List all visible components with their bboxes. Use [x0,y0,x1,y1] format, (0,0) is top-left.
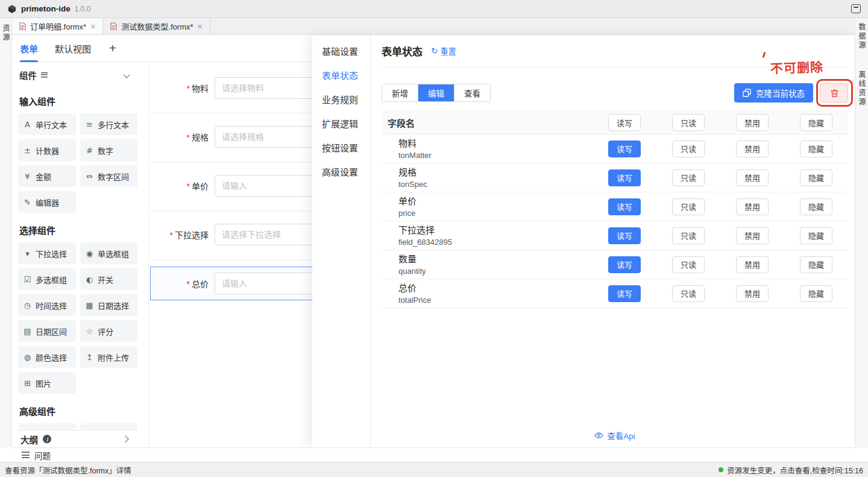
offline-resources-dock-toggle[interactable]: 离线资源 [857,71,867,107]
state-readwrite-button[interactable]: 读写 [608,256,641,273]
state-readwrite-button[interactable]: 读写 [608,285,641,302]
header-disabled-button[interactable]: 禁用 [736,114,769,131]
number-icon: # [85,146,94,155]
add-view-button[interactable]: + [109,42,116,54]
file-tab-label: 测试数据类型.formx* [121,21,193,32]
delete-state-button[interactable] [820,83,848,103]
chevron-down-icon[interactable] [123,71,130,78]
state-hidden-button[interactable]: 隐藏 [800,169,832,186]
table-row: 规格tonSpec 读写 只读 禁用 隐藏 [382,163,848,192]
component-item[interactable] [18,423,76,429]
file-tab-label: 订单明细.formx* [30,21,86,32]
menu-item-extension-logic[interactable]: 扩展逻辑 [312,111,370,135]
component-item-multiline-text[interactable]: ≡多行文本 [80,113,137,135]
tab-default-view[interactable]: 默认视图 [55,35,91,62]
component-item-single-line-text[interactable]: A单行文本 [18,113,76,135]
state-disabled-button[interactable]: 禁用 [736,256,769,273]
component-item-radio-group[interactable]: ◉单选框组 [80,242,137,264]
state-disabled-button[interactable]: 禁用 [736,285,769,302]
component-item-rating[interactable]: ☆评分 [80,320,137,342]
state-hidden-button[interactable]: 隐藏 [800,141,832,157]
upload-icon: ↥ [85,353,94,362]
close-icon[interactable]: × [90,22,95,31]
outline-toggle[interactable]: 大纲 i [17,430,137,447]
state-readwrite-button[interactable]: 读写 [608,198,641,215]
close-icon[interactable]: × [198,22,203,31]
state-tab-edit[interactable]: 编辑 [418,84,454,101]
resources-dock-toggle[interactable]: 资源 [1,24,11,447]
state-disabled-button[interactable]: 禁用 [736,169,769,186]
component-item-number[interactable]: #数字 [80,139,137,161]
clone-current-state-button[interactable]: 克隆当前状态 [734,83,813,103]
component-item-date-picker[interactable]: ▦日期选择 [80,294,137,316]
menu-item-business-rules[interactable]: 业务规则 [312,87,370,111]
time-picker-icon: ◷ [23,301,32,310]
state-readonly-button[interactable]: 只读 [672,227,705,244]
component-item-switch[interactable]: ◐开关 [80,268,137,290]
state-readonly-button[interactable]: 只读 [672,285,705,302]
component-item-dropdown[interactable]: ▾下拉选择 [18,242,76,264]
state-readonly-button[interactable]: 只读 [672,198,705,215]
state-readonly-button[interactable]: 只读 [672,169,705,186]
state-readonly-button[interactable]: 只读 [672,141,705,157]
component-item-number-range[interactable]: ⇔数字区间 [80,165,137,187]
number-range-icon: ⇔ [85,172,94,181]
editor-area: 订单明细.formx* × 测试数据类型.formx* × 表单 默认视图 + … [12,18,855,447]
component-item-counter[interactable]: ±计数器 [18,139,76,161]
table-row: 下拉选择field_68342895 读写 只读 禁用 隐藏 [382,221,848,250]
file-tab-order-detail[interactable]: 订单明细.formx* × [12,18,103,34]
list-icon [22,452,30,458]
field-label: 下拉选择 [398,224,593,237]
required-mark: * [170,230,173,240]
tab-form[interactable]: 表单 [20,35,38,62]
titlebar: primeton-ide 1.0.0 [0,0,868,18]
state-readonly-button[interactable]: 只读 [672,256,705,273]
chevron-right-icon[interactable] [122,435,128,442]
state-disabled-button[interactable]: 禁用 [736,227,769,244]
state-hidden-button[interactable]: 隐藏 [800,256,832,273]
state-readwrite-button[interactable]: 读写 [608,169,641,186]
status-message-left: 查看资源「测试数据类型.formx」详情 [5,464,131,476]
date-range-icon: ▤ [23,327,32,336]
component-item[interactable] [80,423,137,429]
amount-icon: ¥ [23,172,32,181]
header-hidden-button[interactable]: 隐藏 [800,114,832,131]
rating-icon: ☆ [85,327,94,336]
state-hidden-button[interactable]: 隐藏 [800,285,832,302]
component-item-color-picker[interactable]: ◍颜色选择 [18,346,76,368]
view-api-link[interactable]: 查看Api [382,429,848,441]
state-hidden-button[interactable]: 隐藏 [800,227,832,244]
menu-item-advanced-settings[interactable]: 高级设置 [312,159,370,183]
advanced-components-grid [17,423,137,429]
menu-item-button-settings[interactable]: 按钮设置 [312,135,370,159]
state-tab-view[interactable]: 查看 [454,84,490,101]
component-item-attachment-upload[interactable]: ↥附件上传 [80,346,137,368]
resource-change-notice[interactable]: 资源发生变更，点击查看,检查时间:15:16 [719,464,863,476]
problems-panel-toggle[interactable]: 问题 [12,447,855,462]
component-item-editor[interactable]: ✎编辑器 [18,191,76,213]
changelog-icon[interactable] [851,4,861,13]
state-disabled-button[interactable]: 禁用 [736,198,769,215]
component-item-time-picker[interactable]: ◷时间选择 [18,294,76,316]
component-item-amount[interactable]: ¥金额 [18,165,76,187]
reset-link[interactable]: ↻重置 [431,45,456,57]
state-tab-add[interactable]: 新增 [382,84,418,101]
state-disabled-button[interactable]: 禁用 [736,141,769,157]
component-item-checkbox-group[interactable]: ☑多选框组 [18,268,76,290]
state-readwrite-button[interactable]: 读写 [608,227,641,244]
state-hidden-button[interactable]: 隐藏 [800,198,832,215]
status-bar: 查看资源「测试数据类型.formx」详情 资源发生变更，点击查看,检查时间:15… [0,462,868,477]
header-readonly-button[interactable]: 只读 [672,114,705,131]
info-icon[interactable]: i [43,435,51,443]
component-item-date-range[interactable]: ▤日期区间 [18,320,76,342]
app-logo-icon [7,4,17,14]
header-readwrite-button[interactable]: 读写 [608,114,641,131]
menu-item-form-state[interactable]: 表单状态 [312,63,370,87]
table-header-row: 字段名 读写 只读 禁用 隐藏 [382,110,848,134]
state-readwrite-button[interactable]: 读写 [608,141,641,157]
canvas-row-separator [150,162,315,162]
component-item-image[interactable]: ⊞图片 [18,372,76,394]
file-tab-test-datatypes[interactable]: 测试数据类型.formx* × [103,18,210,34]
menu-item-basic-settings[interactable]: 基础设置 [312,39,370,63]
datasource-dock-toggle[interactable]: 数据源 [857,23,867,50]
